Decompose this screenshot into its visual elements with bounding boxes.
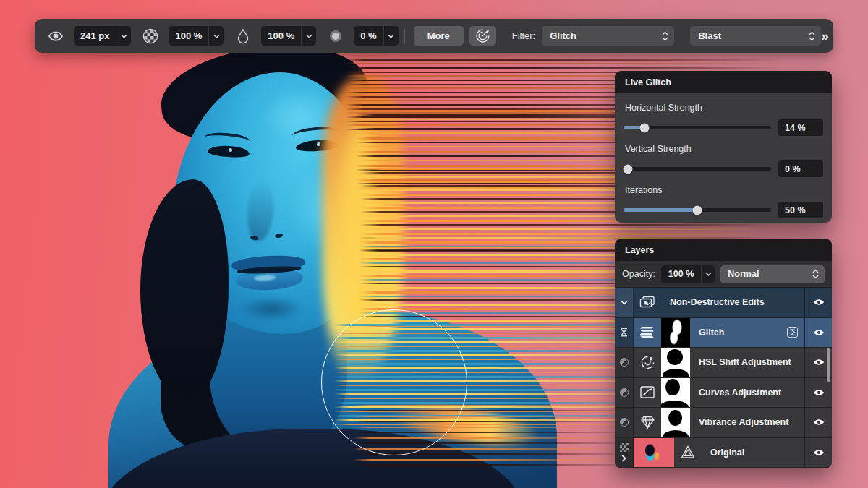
layer-row-curves-adjustment[interactable]: Curves Adjustment bbox=[615, 378, 832, 408]
layer-visibility-toggle[interactable] bbox=[804, 318, 832, 348]
layer-row-vibrance-adjustment[interactable]: Vibrance Adjustment bbox=[615, 408, 832, 438]
eye-icon bbox=[813, 449, 825, 456]
context-toolbar: 241 px 100 % bbox=[35, 19, 833, 53]
chevron-down-icon[interactable] bbox=[383, 26, 399, 46]
updown-chevron-icon bbox=[809, 31, 815, 41]
group-icon bbox=[634, 288, 661, 317]
layers-panel-title: Layers bbox=[615, 239, 832, 261]
layer-name: Original bbox=[702, 438, 804, 468]
hardness-field[interactable]: 0 % bbox=[354, 26, 398, 46]
app-window: 241 px 100 % bbox=[0, 0, 868, 488]
opacity-checker-icon bbox=[141, 27, 160, 46]
slider-label-vertical-strength: Vertical Strength bbox=[625, 144, 822, 154]
layers-opacity-field[interactable]: 100 % bbox=[661, 265, 715, 283]
group-expand-toggle[interactable] bbox=[615, 288, 634, 317]
brush-width-icon bbox=[46, 27, 65, 46]
vertical-strength-slider[interactable] bbox=[624, 167, 771, 171]
portrait-right-eye-glint bbox=[317, 142, 320, 146]
portrait-left-eye-glint bbox=[229, 148, 232, 152]
live-glitch-panel-title: Live Glitch bbox=[615, 71, 832, 93]
hsl-adjustment-icon bbox=[634, 348, 661, 377]
glitch-mask-thumbnail[interactable] bbox=[661, 318, 690, 348]
layers-scrollbar[interactable] bbox=[827, 348, 830, 382]
layer-visibility-toggle[interactable] bbox=[804, 288, 832, 317]
slider-thumb[interactable] bbox=[624, 164, 633, 174]
layer-name: Glitch bbox=[690, 318, 804, 348]
iterations-value[interactable]: 50 % bbox=[778, 202, 823, 218]
layer-row-hsl-shift-adjustment[interactable]: HSL Shift Adjustment bbox=[615, 348, 832, 378]
filter-category-select[interactable]: Glitch bbox=[542, 26, 674, 46]
live-filter-badge-icon bbox=[787, 327, 798, 338]
eye-icon bbox=[813, 299, 825, 306]
image-layer-triangle-icon bbox=[674, 438, 702, 468]
adjustment-dot-icon bbox=[620, 388, 629, 397]
layer-name: Curves Adjustment bbox=[690, 378, 804, 408]
layer-name: Non-Destructive Edits bbox=[661, 288, 804, 317]
flow-field[interactable]: 100 % bbox=[261, 26, 316, 46]
filter-name-select[interactable]: Blast bbox=[690, 26, 821, 46]
horizontal-strength-slider[interactable] bbox=[624, 126, 771, 129]
slider-thumb[interactable] bbox=[693, 205, 702, 215]
hsl-mask-thumbnail[interactable] bbox=[661, 348, 690, 377]
vibrance-mask-thumbnail[interactable] bbox=[661, 408, 690, 437]
eye-icon bbox=[813, 389, 825, 396]
glitch-filter-icon bbox=[634, 318, 661, 348]
layer-row-original[interactable]: Original bbox=[615, 438, 832, 468]
chevron-down-icon[interactable] bbox=[116, 26, 131, 46]
portrait-lips bbox=[231, 254, 307, 294]
live-glitch-panel: Live Glitch Horizontal Strength 14 % Ver… bbox=[615, 71, 832, 223]
eye-icon bbox=[813, 329, 825, 336]
hardness-soft-circle-icon bbox=[326, 27, 345, 46]
adjustment-dot-icon bbox=[620, 418, 629, 427]
flow-droplet-icon bbox=[234, 27, 252, 46]
opacity-label: Opacity: bbox=[622, 269, 655, 279]
slider-label-horizontal-strength: Horizontal Strength bbox=[625, 103, 822, 113]
chevron-down-icon[interactable] bbox=[301, 26, 316, 46]
opacity-field[interactable]: 100 % bbox=[169, 26, 224, 46]
vibrance-adjustment-icon bbox=[634, 408, 661, 437]
blend-mode-select[interactable]: Normal bbox=[720, 265, 825, 283]
chevron-down-icon[interactable] bbox=[701, 265, 715, 283]
vertical-strength-value[interactable]: 0 % bbox=[778, 160, 823, 177]
iterations-slider[interactable] bbox=[624, 208, 771, 212]
curves-mask-thumbnail[interactable] bbox=[661, 378, 690, 408]
brush-circle-icon bbox=[475, 28, 490, 43]
chevron-down-icon[interactable] bbox=[208, 26, 224, 46]
wet-edges-brush-button[interactable] bbox=[469, 26, 496, 46]
layer-name: Vibrance Adjustment bbox=[690, 408, 804, 437]
layer-visibility-toggle[interactable] bbox=[804, 378, 832, 408]
eye-icon bbox=[813, 359, 825, 366]
toolbar-separator bbox=[404, 29, 405, 43]
portrait-chin-shadow bbox=[239, 296, 304, 321]
updown-chevron-icon bbox=[812, 269, 819, 279]
layer-name: HSL Shift Adjustment bbox=[690, 348, 804, 377]
brush-width-field[interactable]: 241 px bbox=[74, 26, 131, 46]
layer-row-non-destructive-edits[interactable]: Non-Destructive Edits bbox=[615, 288, 832, 318]
filter-label: Filter: bbox=[512, 30, 536, 41]
slider-thumb[interactable] bbox=[639, 123, 649, 132]
brush-cursor bbox=[321, 309, 467, 455]
eye-icon bbox=[813, 419, 825, 426]
curves-adjustment-icon bbox=[634, 378, 661, 408]
transparency-checker-icon bbox=[620, 443, 629, 452]
layer-visibility-toggle[interactable] bbox=[804, 408, 832, 437]
chevron-right-icon[interactable] bbox=[621, 455, 626, 462]
live-filter-hourglass-icon bbox=[615, 318, 634, 348]
toolbar-overflow-button[interactable]: » bbox=[821, 28, 829, 44]
layers-panel: Layers Opacity: 100 % Normal bbox=[615, 239, 832, 468]
updown-chevron-icon bbox=[662, 31, 668, 41]
original-layer-thumbnail[interactable] bbox=[634, 438, 674, 468]
more-button[interactable]: More bbox=[414, 26, 464, 46]
layer-row-glitch[interactable]: Glitch bbox=[615, 318, 832, 348]
adjustment-dot-icon bbox=[620, 358, 629, 367]
horizontal-strength-value[interactable]: 14 % bbox=[778, 119, 823, 136]
layer-visibility-toggle[interactable] bbox=[804, 438, 832, 468]
slider-label-iterations: Iterations bbox=[625, 185, 822, 195]
